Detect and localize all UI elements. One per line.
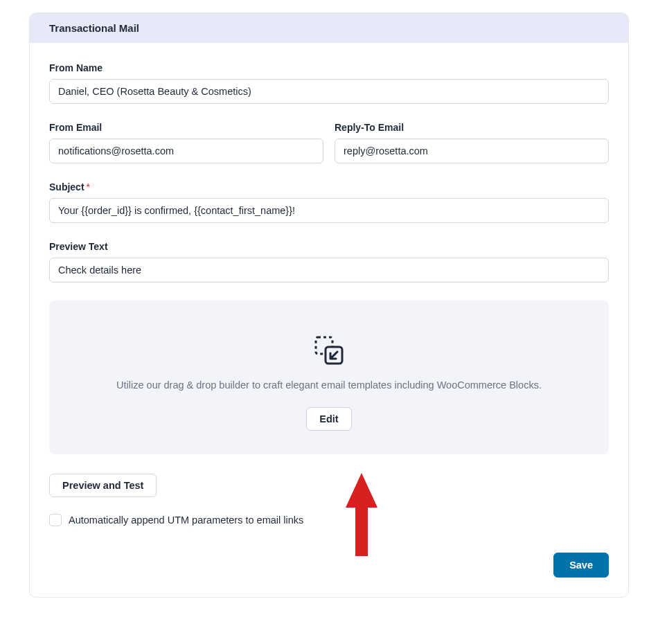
from-name-input[interactable] xyxy=(49,79,609,104)
from-name-group: From Name xyxy=(49,62,609,104)
preview-text-label: Preview Text xyxy=(49,241,609,252)
card-body: From Name From Email Reply-To Email Subj… xyxy=(30,43,628,597)
subject-group: Subject* xyxy=(49,181,609,223)
edit-button[interactable]: Edit xyxy=(306,407,351,431)
from-name-label: From Name xyxy=(49,62,609,73)
utm-checkbox[interactable] xyxy=(49,514,62,526)
reply-to-email-input[interactable] xyxy=(335,138,609,163)
builder-box: Utilize our drag & drop builder to craft… xyxy=(49,301,609,454)
card-footer: Save xyxy=(49,553,609,578)
required-asterisk: * xyxy=(87,181,90,193)
from-email-group: From Email xyxy=(49,122,323,163)
drag-drop-icon xyxy=(66,334,592,367)
utm-checkbox-label: Automatically append UTM parameters to e… xyxy=(69,515,303,526)
preview-text-group: Preview Text xyxy=(49,241,609,283)
builder-description: Utilize our drag & drop builder to craft… xyxy=(66,379,592,391)
card-title: Transactional Mail xyxy=(49,22,139,34)
reply-to-email-label: Reply-To Email xyxy=(335,122,609,133)
card-header: Transactional Mail xyxy=(30,13,628,43)
utm-checkbox-row: Automatically append UTM parameters to e… xyxy=(49,514,609,526)
preview-test-button[interactable]: Preview and Test xyxy=(49,474,157,497)
save-button[interactable]: Save xyxy=(553,553,609,578)
subject-label: Subject* xyxy=(49,181,609,193)
preview-text-input[interactable] xyxy=(49,258,609,283)
from-email-label: From Email xyxy=(49,122,323,133)
from-email-input[interactable] xyxy=(49,138,323,163)
subject-input[interactable] xyxy=(49,198,609,223)
transactional-mail-card: Transactional Mail From Name From Email … xyxy=(29,12,629,598)
reply-to-email-group: Reply-To Email xyxy=(335,122,609,163)
